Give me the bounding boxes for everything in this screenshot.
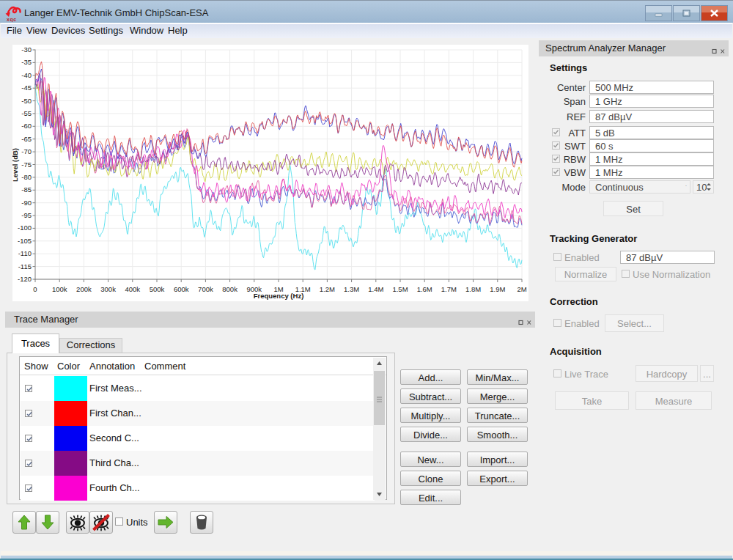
svg-text:2M: 2M bbox=[517, 285, 526, 293]
svg-text:-80: -80 bbox=[21, 173, 32, 181]
svg-text:400k: 400k bbox=[125, 285, 140, 293]
svg-text:Level (dB): Level (dB) bbox=[12, 148, 19, 182]
svg-text:xqc: xqc bbox=[7, 17, 17, 23]
svg-text:300k: 300k bbox=[100, 285, 116, 293]
svg-text:500k: 500k bbox=[150, 285, 165, 293]
svg-text:-120: -120 bbox=[18, 275, 32, 283]
svg-text:1.2M: 1.2M bbox=[320, 285, 335, 293]
svg-text:-70: -70 bbox=[21, 147, 32, 155]
svg-text:-85: -85 bbox=[21, 185, 32, 194]
svg-text:1.8M: 1.8M bbox=[465, 285, 481, 293]
svg-text:Frequency (Hz): Frequency (Hz) bbox=[254, 292, 304, 300]
svg-text:0: 0 bbox=[33, 285, 37, 293]
svg-text:1.4M: 1.4M bbox=[368, 285, 383, 293]
svg-text:-105: -105 bbox=[18, 237, 32, 245]
svg-text:-40: -40 bbox=[21, 71, 32, 79]
svg-text:1.6M: 1.6M bbox=[417, 285, 432, 293]
svg-text:-100: -100 bbox=[18, 224, 32, 232]
svg-text:1.5M: 1.5M bbox=[392, 285, 408, 293]
svg-text:200k: 200k bbox=[76, 285, 92, 293]
svg-text:-65: -65 bbox=[21, 135, 32, 143]
svg-text:-115: -115 bbox=[18, 262, 32, 270]
svg-text:-95: -95 bbox=[21, 211, 32, 219]
svg-text:-30: -30 bbox=[21, 45, 32, 54]
svg-text:-35: -35 bbox=[21, 58, 32, 66]
svg-text:800k: 800k bbox=[222, 285, 237, 293]
svg-text:100k: 100k bbox=[52, 285, 67, 293]
svg-text:-50: -50 bbox=[21, 97, 32, 105]
svg-text:700k: 700k bbox=[198, 285, 213, 293]
svg-text:1.7M: 1.7M bbox=[441, 285, 457, 293]
svg-text:-110: -110 bbox=[18, 249, 32, 257]
svg-text:-75: -75 bbox=[21, 161, 32, 169]
svg-text:1.3M: 1.3M bbox=[344, 285, 359, 293]
svg-text:-60: -60 bbox=[21, 122, 32, 130]
svg-text:-55: -55 bbox=[21, 109, 32, 117]
svg-text:-90: -90 bbox=[21, 199, 32, 207]
svg-text:1.9M: 1.9M bbox=[490, 285, 505, 293]
svg-text:-45: -45 bbox=[21, 84, 32, 92]
svg-text:600k: 600k bbox=[174, 285, 189, 293]
